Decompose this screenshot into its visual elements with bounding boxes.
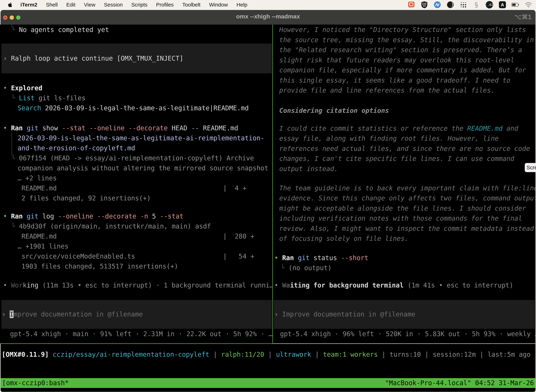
tmux-session-label[interactable]: [omx-cczip0:bash* xyxy=(2,379,69,387)
counter-badge-label: ..61 xyxy=(486,1,493,9)
omx-branch-path: cczip/essay/ai-reimplementation-copyleft xyxy=(53,351,210,358)
menu-item-window[interactable]: Window xyxy=(209,2,228,8)
thinking-paragraph-line: review. Also, I might want to inspect th… xyxy=(279,225,534,233)
menu-item-shell[interactable]: Shell xyxy=(46,2,58,8)
thinking-paragraph-line: of focusing solely on file lines. xyxy=(279,235,408,243)
macos-menu-bar: iTerm2 Shell Edit View Session Scripts P… xyxy=(0,0,536,9)
clock-pie-icon[interactable] xyxy=(446,1,455,9)
active-pane-border xyxy=(0,343,273,344)
thinking-heading: Considering citation options xyxy=(279,107,389,115)
git-log-output-row: └ 4b9d30f (origin/main, instructkr/main,… xyxy=(11,223,211,230)
input-source-icon[interactable]: A xyxy=(498,1,507,9)
menu-item-toolbelt[interactable]: Toolbelt xyxy=(182,2,201,8)
ralph-counter: ralph:11/20 xyxy=(221,351,264,358)
pane-divider[interactable] xyxy=(273,25,273,344)
window-shortcut-badge: ⌥⌘1 xyxy=(514,13,531,21)
diffstat-summary-row: 2 files changed, 92 insertions(+) xyxy=(21,194,151,202)
explored-list-row: └ List git ls-files xyxy=(11,94,86,102)
right-agent-pane[interactable]: However, I noticed the "Directory Struct… xyxy=(273,25,535,344)
git-show-command-row: • Ran git show --stat --oneline --decora… xyxy=(3,124,238,132)
thinking-paragraph-line: slight risk that future readers may over… xyxy=(279,56,514,64)
apple-menu-icon[interactable] xyxy=(8,2,13,8)
messages-icon[interactable] xyxy=(407,1,415,9)
thinking-paragraph-line: companion file, especially if more comme… xyxy=(279,66,526,74)
collapsed-lines-row[interactable]: … +2 lines xyxy=(18,174,57,182)
thinking-paragraph-line: provide file and line references from th… xyxy=(279,87,495,94)
thinking-paragraph-line: changes, I can't cite specific file line… xyxy=(279,155,514,163)
tmux-host-clock: "MacBook-Pro-44.local" 04:52 31-Mar-26 xyxy=(385,379,534,387)
left-agent-pane[interactable]: └ No agents completed yet › Ralph loop a… xyxy=(0,25,273,344)
input-source-label: A xyxy=(499,1,506,8)
shield-keypad-icon[interactable] xyxy=(420,1,428,9)
thinking-paragraph-line: essay file, along with finding root file… xyxy=(279,135,498,142)
thinking-paragraph-line: references need actual files, and since … xyxy=(279,145,530,153)
battery-icon[interactable] xyxy=(511,1,519,9)
sync-badge-icon[interactable] xyxy=(433,1,441,9)
menu-items: iTerm2 Shell Edit View Session Scripts P… xyxy=(20,2,247,8)
session-stats-row: gpt-5.4 xhigh · main · 91% left · 2.31M … xyxy=(10,330,273,338)
thinking-paragraph-line: the "Related research writing" section i… xyxy=(279,46,522,54)
git-show-output-row: companion analysis without altering the … xyxy=(18,164,268,172)
git-log-command-row: • Ran git log --oneline --decorate -n 5 … xyxy=(3,213,183,220)
collapsed-lines-row[interactable]: … +1901 lines xyxy=(18,243,69,250)
thinking-paragraph-line: the source tree, missing the essay. Stil… xyxy=(279,36,534,44)
diffstat-row: README.md| 4 + xyxy=(21,184,57,192)
ultrawork-badge: ultrawork xyxy=(276,351,311,358)
waiting-status-row: • Waiting for background terminal (1m 41… xyxy=(274,281,513,289)
menu-item-session[interactable]: Session xyxy=(104,2,123,8)
screen-share-tab[interactable]: Scre xyxy=(525,163,536,172)
tree-line xyxy=(12,132,12,155)
ralph-row: › Ralph loop active continue [OMX_TMUX_I… xyxy=(3,55,183,62)
menu-item-edit[interactable]: Edit xyxy=(66,2,76,8)
menu-status-icons: § ..61 A xyxy=(407,1,536,9)
thinking-paragraph-line: might be acceptable alongside the file l… xyxy=(279,205,526,212)
thinking-paragraph-line: this single essay, it seems like a good … xyxy=(279,77,510,84)
diffstat-row: src/voice/voiceModeEnabled.ts| 54 + xyxy=(21,252,135,260)
menu-item-profiles[interactable]: Profiles xyxy=(156,2,174,8)
commit-file-path-row: and-the-erosion-of-copyleft.md xyxy=(18,144,135,152)
dots-grid-icon[interactable] xyxy=(459,1,467,9)
commit-file-path-row: 2026-03-09-is-legal-the-same-as-legitima… xyxy=(18,134,264,142)
thinking-paragraph-line: output instead. xyxy=(279,165,338,173)
squiggle-icon[interactable]: § xyxy=(472,1,480,9)
explored-row: • Explored xyxy=(3,84,42,92)
menu-item-iterm2[interactable]: iTerm2 xyxy=(20,2,37,8)
thinking-paragraph-line: evidence. Since this change only affects… xyxy=(279,194,535,202)
explored-search-row: Search 2026-03-09-is-legal-the-same-as-l… xyxy=(18,104,249,112)
git-status-command-row: • Ran git status --short xyxy=(274,254,368,262)
no-output-row: └ (no output) xyxy=(281,264,332,272)
text-cursor: I xyxy=(10,311,14,318)
window-title: omx --xhigh --madmax xyxy=(0,13,536,20)
thinking-paragraph-line: including verification notes with those … xyxy=(279,215,522,222)
git-show-output-row: └ 067f154 (HEAD -> essay/ai-reimplementa… xyxy=(11,154,254,162)
counter-badge-icon[interactable]: ..61 xyxy=(485,1,493,9)
wifi-icon[interactable] xyxy=(524,1,532,9)
prompt-input-row[interactable]: › Improve documentation in @filename xyxy=(2,311,143,318)
diffstat-row: README.md| 280 + xyxy=(21,233,57,240)
diffstat-summary-row: 1903 files changed, 513517 insertions(+) xyxy=(21,263,178,270)
no-agents-row: └ No agents completed yet xyxy=(11,26,109,34)
menu-item-help[interactable]: Help xyxy=(237,2,247,8)
omx-status-bar: [OMX#0.11.9] cczip/essay/ai-reimplementa… xyxy=(2,351,531,359)
session-stats-row: gpt-5.4 xhigh · 96% left · 520K in · 5.8… xyxy=(280,330,535,338)
team-workers-badge: team:1 workers xyxy=(323,351,378,358)
thinking-paragraph-line: The team guideline is to back every impo… xyxy=(279,184,535,192)
screen: iTerm2 Shell Edit View Session Scripts P… xyxy=(0,0,536,392)
working-status-row: • Working (11m 13s • esc to interrupt) ·… xyxy=(3,281,273,289)
menu-item-scripts[interactable]: Scripts xyxy=(131,2,148,8)
thinking-paragraph-line: I could cite commit statistics or refere… xyxy=(279,125,518,132)
inactive-pane-border xyxy=(273,343,535,344)
thinking-paragraph-line: However, I noticed the "Directory Struct… xyxy=(279,26,526,34)
menu-item-view[interactable]: View xyxy=(84,2,95,8)
prompt-input-row[interactable]: › Improve documentation in @filename xyxy=(274,311,415,318)
tmux-status-bar: [omx-cczip0:bash* "MacBook-Pro-44.local"… xyxy=(1,378,535,388)
